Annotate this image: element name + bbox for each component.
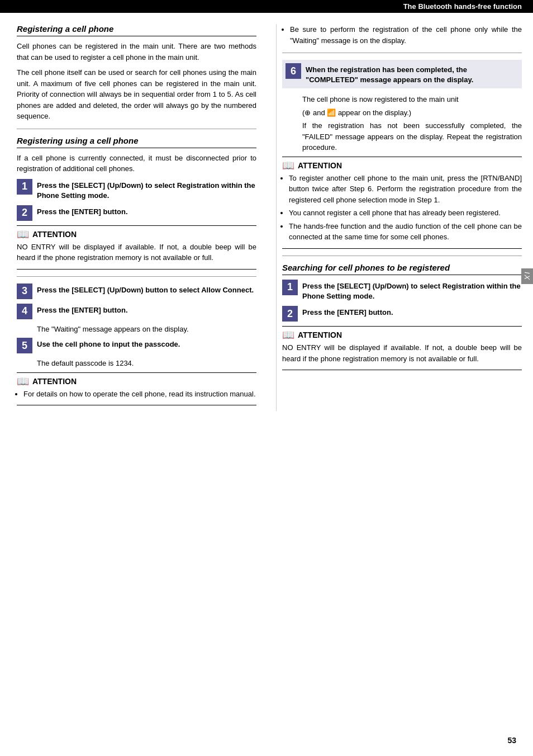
- rstep2-num: 2: [282, 306, 298, 322]
- rattention-label: ATTENTION: [298, 330, 342, 339]
- header-title: The Bluetooth hands-free function: [403, 2, 522, 11]
- left-column: Registering a cell phone Cell phones can…: [17, 24, 265, 411]
- icon-phone: ⊕: [304, 108, 311, 117]
- right-divider2: [282, 256, 522, 256]
- step1-block: 1 Press the [SELECT] (Up/Down) to select…: [17, 179, 256, 201]
- rattention-header: 📖 ATTENTION: [282, 330, 522, 340]
- attention1-box: 📖 ATTENTION NO ENTRY will be displayed i…: [17, 225, 256, 270]
- rstep1-text: Press the [SELECT] (Up/Down) to select R…: [302, 280, 522, 301]
- icon-signal: 📶: [327, 108, 336, 117]
- attention2-icon: 📖: [17, 376, 29, 386]
- attention3-bullet1: To register another cell phone to the ma…: [289, 173, 522, 206]
- step5-sub: The default passcode is 1234.: [17, 358, 256, 369]
- rstep1-num: 1: [282, 280, 298, 295]
- attention1-header: 📖 ATTENTION: [17, 229, 256, 239]
- attention1-label: ATTENTION: [32, 230, 77, 239]
- page-number: 53: [507, 736, 516, 745]
- attention2-body: For details on how to operate the cell p…: [17, 389, 256, 400]
- step6-sub2: (⊕ and 📶 appear on the display.): [302, 107, 522, 119]
- attention1-body: NO ENTRY will be displayed if available.…: [17, 242, 256, 263]
- rattention-body: NO ENTRY will be displayed if available.…: [282, 342, 522, 364]
- right-bullet-list: Be sure to perform the registration of t…: [282, 24, 522, 46]
- attention2-label: ATTENTION: [32, 377, 77, 386]
- step5-num: 5: [17, 338, 32, 353]
- attention2-bullet: For details on how to operate the cell p…: [23, 389, 256, 400]
- step6-sub: The cell phone is now registered to the …: [282, 94, 522, 153]
- rstep1-block: 1 Press the [SELECT] (Up/Down) to select…: [282, 280, 522, 301]
- attention2-header: 📖 ATTENTION: [17, 376, 256, 386]
- step6-sub1: The cell phone is now registered to the …: [302, 94, 522, 105]
- section1-p2: The cell phone itself can be used or sea…: [17, 67, 256, 122]
- rstep2-text: Press the [ENTER] button.: [302, 306, 393, 318]
- attention3-header: 📖 ATTENTION: [282, 160, 522, 171]
- divider1: [17, 129, 256, 129]
- section1-title: Registering a cell phone: [17, 24, 256, 36]
- attention3-body: To register another cell phone to the ma…: [282, 173, 522, 243]
- step5-block: 5 Use the cell phone to input the passco…: [17, 338, 256, 353]
- section1-p1: Cell phones can be registered in the mai…: [17, 41, 256, 63]
- attention3-bullet2: You cannot register a cell phone that ha…: [289, 207, 522, 219]
- step1-num: 1: [17, 179, 32, 195]
- step5-text: Use the cell phone to input the passcode…: [37, 338, 180, 349]
- section2-p1: If a cell phone is currently connected, …: [17, 153, 256, 174]
- step4-num: 4: [17, 304, 32, 319]
- step6-sub3: If the registration has not been success…: [302, 120, 522, 153]
- section2-title: Registering using a cell phone: [17, 136, 256, 148]
- step2-num: 2: [17, 205, 32, 221]
- step4-sub: The "Waiting" message appears on the dis…: [17, 324, 256, 335]
- attention3-label: ATTENTION: [298, 161, 342, 170]
- rstep2-block: 2 Press the [ENTER] button.: [282, 306, 522, 322]
- rattention-icon: 📖: [282, 330, 294, 340]
- step4-block: 4 Press the [ENTER] button.: [17, 304, 256, 319]
- step5-sub-text: The default passcode is 1234.: [37, 358, 256, 369]
- section3-title: Searching for cell phones to be register…: [282, 263, 522, 275]
- step6-block: 6 When the registration has been complet…: [282, 60, 522, 88]
- divider2: [17, 276, 256, 277]
- attention1-icon: 📖: [17, 229, 29, 239]
- step3-block: 3 Press the [SELECT] (Up/Down) button to…: [17, 284, 256, 299]
- rattention-text: NO ENTRY will be displayed if available.…: [282, 342, 522, 364]
- step6-text: When the registration has been completed…: [306, 63, 517, 85]
- step2-text: Press the [ENTER] button.: [37, 205, 128, 217]
- step4-sub-text: The "Waiting" message appears on the dis…: [37, 324, 256, 335]
- attention1-text: NO ENTRY will be displayed if available.…: [17, 242, 256, 263]
- main-content: Registering a cell phone Cell phones can…: [0, 13, 533, 422]
- attention3-bullet3: The hands-free function and the audio fu…: [289, 221, 522, 243]
- attention3-box: 📖 ATTENTION To register another cell pho…: [282, 157, 522, 249]
- step4-text: Press the [ENTER] button.: [37, 304, 128, 315]
- step6-num: 6: [285, 63, 301, 79]
- header-bar: The Bluetooth hands-free function: [0, 0, 533, 13]
- step3-text: Press the [SELECT] (Up/Down) button to s…: [37, 284, 254, 295]
- attention2-box: 📖 ATTENTION For details on how to operat…: [17, 372, 256, 406]
- step2-block: 2 Press the [ENTER] button.: [17, 205, 256, 221]
- attention3-icon: 📖: [282, 160, 294, 171]
- step3-num: 3: [17, 284, 32, 299]
- step1-text: Press the [SELECT] (Up/Down) to select R…: [37, 179, 256, 201]
- page: The Bluetooth hands-free function Regist…: [0, 0, 533, 756]
- right-divider1: [282, 53, 522, 53]
- right-bullet1: Be sure to perform the registration of t…: [290, 24, 522, 46]
- ix-tab: IX: [521, 268, 533, 284]
- right-column: Be sure to perform the registration of t…: [276, 24, 522, 411]
- rattention-box: 📖 ATTENTION NO ENTRY will be displayed i…: [282, 326, 522, 370]
